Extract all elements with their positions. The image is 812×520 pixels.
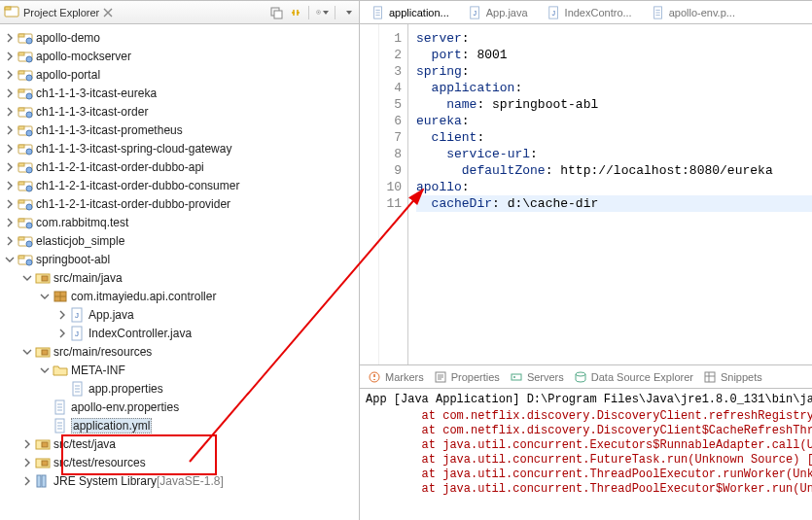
tree-item-icon: [18, 30, 33, 46]
expand-icon[interactable]: [21, 475, 33, 487]
java-file[interactable]: JIndexController.java: [0, 324, 359, 342]
source-folder[interactable]: src/test/java: [0, 434, 359, 453]
source-folder[interactable]: src/main/resources: [0, 342, 359, 361]
collapse-icon[interactable]: [4, 254, 16, 265]
tree-item-icon: [35, 270, 51, 286]
svg-rect-62: [42, 475, 46, 487]
collapse-all-icon[interactable]: [269, 6, 283, 19]
project-item[interactable]: elasticjob_simple: [0, 231, 359, 250]
folder-item[interactable]: META-INF: [0, 361, 359, 379]
editor-tab[interactable]: apollo-env.p...: [648, 4, 739, 21]
bottom-tab-icon: [574, 370, 587, 384]
java-file-icon: J: [469, 6, 482, 19]
expand-icon[interactable]: [4, 69, 16, 81]
project-item[interactable]: com.rabbitmq.test: [0, 213, 359, 231]
expand-icon[interactable]: [4, 180, 16, 191]
view-menu-icon[interactable]: [341, 6, 355, 19]
expand-icon[interactable]: [4, 124, 16, 136]
project-item[interactable]: ch1-1-1-3-itcast-prometheus: [0, 121, 359, 139]
bottom-tab[interactable]: Snippets: [703, 370, 762, 384]
bottom-tab-label: Properties: [451, 371, 500, 383]
link-editor-icon[interactable]: [289, 6, 302, 19]
svg-rect-53: [42, 350, 48, 355]
project-item-open[interactable]: springboot-abl: [0, 250, 359, 268]
bottom-tab[interactable]: Servers: [510, 370, 564, 384]
tree-item-label: ch1-1-1-3-itcast-eureka: [36, 87, 157, 100]
close-icon[interactable]: [103, 8, 113, 17]
expand-icon[interactable]: [56, 309, 68, 321]
project-item[interactable]: ch1-1-2-1-itcast-order-dubbo-provider: [0, 194, 359, 213]
code-line[interactable]: cacheDir: d:\cache-dir: [416, 195, 812, 212]
project-tree[interactable]: apollo-demoapollo-mockserverapollo-porta…: [0, 24, 359, 520]
project-item[interactable]: apollo-mockserver: [0, 47, 359, 65]
code-line[interactable]: name: springboot-abl: [416, 96, 812, 113]
project-item[interactable]: ch1-1-2-1-itcast-order-dubbo-api: [0, 157, 359, 176]
tree-item-label: IndexController.java: [88, 327, 192, 340]
library-item[interactable]: JRE System Library [JavaSE-1.8]: [0, 471, 359, 490]
svg-rect-58: [42, 442, 48, 447]
collapse-icon[interactable]: [39, 364, 51, 376]
expand-icon[interactable]: [4, 87, 16, 99]
tree-item-label: elasticjob_simple: [36, 234, 124, 248]
collapse-icon[interactable]: [39, 291, 51, 302]
expand-icon[interactable]: [56, 328, 68, 339]
console-view[interactable]: App [Java Application] D:\Program Files\…: [360, 389, 812, 520]
expand-icon[interactable]: [4, 235, 16, 247]
svg-text:J: J: [551, 9, 555, 16]
code-line[interactable]: defaultZone: http://localhost:8080/eurek…: [416, 162, 812, 179]
expand-icon[interactable]: [4, 161, 16, 173]
svg-rect-34: [18, 200, 24, 203]
tree-item-icon: [18, 252, 33, 267]
project-item[interactable]: apollo-portal: [0, 65, 359, 84]
expand-icon[interactable]: [4, 106, 16, 118]
code-line[interactable]: port: 8001: [416, 47, 812, 63]
java-file[interactable]: JApp.java: [0, 305, 359, 324]
tree-item-icon: [18, 233, 33, 249]
expand-icon[interactable]: [4, 217, 16, 228]
project-item[interactable]: ch1-1-1-3-itcast-eureka: [0, 84, 359, 102]
focus-icon[interactable]: [315, 6, 329, 19]
svg-rect-74: [705, 372, 715, 382]
expand-icon[interactable]: [4, 51, 16, 62]
package-item[interactable]: com.itmayiedu.api.controller: [0, 287, 359, 305]
project-item[interactable]: ch1-1-2-1-itcast-order-dubbo-consumer: [0, 176, 359, 194]
svg-point-38: [26, 223, 32, 228]
code-line[interactable]: server:: [416, 30, 812, 47]
file-item[interactable]: apollo-env.properties: [0, 398, 359, 416]
project-item[interactable]: ch1-1-1-3-itcast-spring-cloud-gateway: [0, 139, 359, 157]
project-item[interactable]: ch1-1-1-3-itcast-order: [0, 102, 359, 121]
expand-icon[interactable]: [21, 457, 33, 468]
editor-content[interactable]: server: port: 8001spring: application: n…: [408, 24, 812, 364]
file-item-selected[interactable]: application.yml: [0, 416, 359, 434]
svg-point-14: [26, 75, 32, 81]
console-line: at java.util.concurrent.FutureTask.run(U…: [366, 453, 806, 468]
editor-tab[interactable]: JIndexContro...: [544, 4, 636, 21]
collapse-icon[interactable]: [21, 272, 33, 284]
expand-icon[interactable]: [4, 143, 16, 155]
bottom-tab[interactable]: Data Source Explorer: [574, 370, 693, 384]
source-folder[interactable]: src/test/resources: [0, 453, 359, 471]
code-line[interactable]: apollo:: [416, 179, 812, 195]
project-item[interactable]: apollo-demo: [0, 28, 359, 47]
code-line[interactable]: client:: [416, 129, 812, 146]
expand-icon[interactable]: [4, 198, 16, 210]
source-folder[interactable]: src/main/java: [0, 268, 359, 287]
editor-tab[interactable]: JApp.java: [465, 4, 532, 21]
expand-icon[interactable]: [4, 32, 16, 44]
console-line: at java.util.concurrent.ThreadPoolExecut…: [366, 468, 806, 482]
collapse-icon[interactable]: [21, 346, 33, 358]
code-line[interactable]: spring:: [416, 63, 812, 80]
expand-icon[interactable]: [21, 438, 33, 450]
code-editor[interactable]: 1234567891011 server: port: 8001spring: …: [360, 24, 812, 365]
editor-tab[interactable]: application...: [368, 4, 453, 21]
properties-file[interactable]: app.properties: [0, 379, 359, 398]
bottom-tab[interactable]: Markers: [368, 370, 424, 384]
svg-point-41: [26, 241, 32, 247]
code-line[interactable]: eureka:: [416, 113, 812, 129]
svg-rect-10: [18, 52, 24, 55]
code-line[interactable]: application:: [416, 80, 812, 96]
tree-item-label: application.yml: [71, 418, 152, 433]
code-line[interactable]: service-url:: [416, 146, 812, 162]
bottom-tab[interactable]: Properties: [434, 370, 500, 384]
tree-item-label: apollo-env.properties: [71, 400, 179, 414]
